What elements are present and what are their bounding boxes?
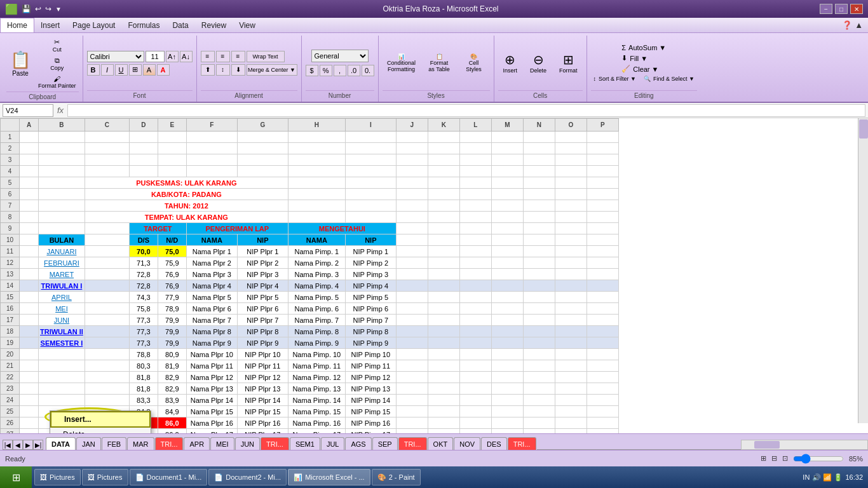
taskbar-excel[interactable]: 📊 Microsoft Excel - ... (288, 469, 370, 485)
quick-access-undo[interactable]: ↩ (35, 4, 41, 13)
col-header-n[interactable]: N (523, 119, 555, 132)
name-box[interactable] (3, 104, 53, 117)
cell-ds-1[interactable]: 70,0 (129, 246, 158, 257)
view-page-icon[interactable]: ⊡ (782, 454, 788, 463)
sheet-tab-ags[interactable]: AGS (345, 437, 371, 450)
cell-bulan-1[interactable]: JANUARI (39, 246, 85, 257)
cell-bulan-2[interactable]: FEBRUARI (39, 257, 85, 269)
currency-button[interactable]: $ (306, 65, 318, 76)
col-header-k[interactable]: K (428, 119, 459, 132)
cell-pnip-header[interactable]: NIP (237, 234, 288, 246)
help-icon[interactable]: ❓ (842, 20, 852, 30)
restore-button[interactable]: □ (835, 4, 848, 14)
sheet-tab-sep[interactable]: SEP (372, 437, 398, 450)
quick-access-save[interactable]: 💾 (22, 4, 31, 13)
delete-cells-button[interactable]: ⊖ Delete (525, 50, 552, 76)
taskbar-doc2[interactable]: 📄 Document2 - Mi... (208, 469, 287, 485)
cell-pnama-header[interactable]: NAMA (186, 234, 237, 246)
fill-button[interactable]: ⬇ Fill ▼ (619, 53, 668, 63)
cell-mnama-1[interactable]: Nama Pimp. 1 (288, 246, 345, 257)
sheet-tab-jul[interactable]: JUL (321, 437, 345, 450)
sheet-tab-tri3[interactable]: TRI... (398, 437, 427, 450)
sheet-nav-prev[interactable]: ◀ (13, 440, 23, 450)
decrease-font-button[interactable]: A↓ (180, 51, 193, 62)
find-select-button[interactable]: 🔍 Find & Select ▼ (641, 75, 697, 83)
col-header-d[interactable]: D (129, 119, 158, 132)
view-normal-icon[interactable]: ⊞ (761, 454, 766, 463)
menu-insert[interactable]: Insert (34, 18, 66, 32)
view-layout-icon[interactable]: ⊟ (771, 454, 777, 463)
context-menu-delete[interactable]: Delete (50, 428, 151, 433)
cell-bulan-subheader[interactable]: BULAN (39, 234, 85, 246)
autosum-button[interactable]: Σ AutoSum ▼ (619, 43, 668, 52)
taskbar-pictures-1[interactable]: 🖼 Pictures (34, 469, 81, 485)
align-middle-button[interactable]: ↕ (216, 64, 230, 76)
sheet-tab-tri1[interactable]: TRI... (155, 437, 184, 450)
menu-data[interactable]: Data (166, 18, 194, 32)
quick-access-dropdown[interactable]: ▼ (55, 6, 62, 13)
sheet-tab-feb[interactable]: FEB (102, 437, 126, 450)
italic-button[interactable]: I (101, 64, 114, 76)
cell-nd-header[interactable]: N/D (158, 234, 186, 246)
menu-review[interactable]: Review (195, 18, 233, 32)
increase-decimal-button[interactable]: .0 (348, 65, 360, 76)
h-scrollbar-thumb[interactable] (754, 441, 780, 449)
col-header-m[interactable]: M (491, 119, 523, 132)
taskbar-pictures-2[interactable]: 🖼 Pictures (82, 469, 128, 485)
font-size-input[interactable] (146, 51, 165, 62)
sheet-tab-mei[interactable]: MEI (210, 437, 234, 450)
sheet-tab-nov[interactable]: NOV (454, 437, 480, 450)
underline-button[interactable]: U (115, 64, 128, 76)
cell-mnama-header[interactable]: NAMA (288, 234, 345, 246)
taskbar-paint[interactable]: 🎨 2 - Paint (372, 469, 421, 485)
menu-home[interactable]: Home (0, 18, 34, 32)
taskbar-doc1[interactable]: 📄 Document1 - Mi... (130, 469, 208, 485)
cell-styles-button[interactable]: 🎨 Cell Styles (458, 51, 490, 75)
col-header-j[interactable]: J (396, 119, 428, 132)
paste-button[interactable]: 📋 Paste (6, 49, 34, 78)
sheet-nav-next[interactable]: ▶ (23, 440, 33, 450)
cell-tahun[interactable]: TAHUN: 2012 (85, 200, 288, 212)
wrap-text-button[interactable]: Wrap Text (247, 51, 285, 62)
align-right-button[interactable]: ≡ (231, 51, 245, 62)
cell-pnama-1[interactable]: Nama Plpr 1 (186, 246, 237, 257)
sheet-tab-data[interactable]: DATA (46, 437, 76, 450)
col-header-p[interactable]: P (587, 119, 618, 132)
col-header-b[interactable]: B (39, 119, 85, 132)
col-header-o[interactable]: O (555, 119, 587, 132)
scrollbar-thumb[interactable] (859, 119, 868, 139)
align-center-button[interactable]: ≡ (216, 51, 230, 62)
cell-ds-header[interactable]: D/S (129, 234, 158, 246)
clear-button[interactable]: 🧹 Clear ▼ (619, 64, 668, 74)
bold-button[interactable]: B (87, 64, 100, 76)
number-format-select[interactable]: General (311, 50, 369, 62)
sort-filter-button[interactable]: ↕ Sort & Filter ▼ (591, 75, 639, 83)
close-button[interactable]: ✕ (850, 4, 863, 14)
context-menu-insert[interactable]: Insert... (50, 411, 151, 428)
formula-input[interactable] (67, 104, 865, 117)
format-cells-button[interactable]: ⊞ Format (554, 50, 583, 76)
border-button[interactable]: ⊞ (129, 64, 142, 76)
cell-mnip-1[interactable]: NIP Pimp 1 (345, 246, 396, 257)
cell-nd-1[interactable]: 75,0 (158, 246, 186, 257)
menu-page-layout[interactable]: Page Layout (66, 18, 121, 32)
percent-button[interactable]: % (320, 65, 332, 76)
cut-button[interactable]: ✂ Cut (36, 37, 79, 54)
zoom-slider[interactable] (793, 454, 844, 464)
align-left-button[interactable]: ≡ (201, 51, 215, 62)
sheet-tab-tri4[interactable]: TRI... (508, 437, 536, 450)
cell-puskesmas[interactable]: PUSKESMAS: ULAK KARANG (85, 177, 288, 189)
fill-color-button[interactable]: A (143, 64, 156, 76)
increase-font-button[interactable]: A↑ (166, 51, 179, 62)
col-header-c[interactable]: C (85, 119, 129, 132)
align-bottom-button[interactable]: ⬇ (231, 64, 245, 76)
start-button[interactable]: ⊞ (0, 466, 32, 488)
sheet-tab-mar[interactable]: MAR (127, 437, 154, 450)
format-painter-button[interactable]: 🖌 Format Painter (36, 74, 79, 90)
conditional-formatting-button[interactable]: 📊 Conditional Formatting (383, 51, 421, 75)
horizontal-scrollbar[interactable] (741, 440, 868, 450)
col-header-e[interactable]: E (158, 119, 186, 132)
sheet-tab-tri2[interactable]: TRI... (261, 437, 289, 450)
col-header-f[interactable]: F (186, 119, 237, 132)
cell-pengirim-header[interactable]: PENGERIMAN LAP (186, 223, 288, 234)
